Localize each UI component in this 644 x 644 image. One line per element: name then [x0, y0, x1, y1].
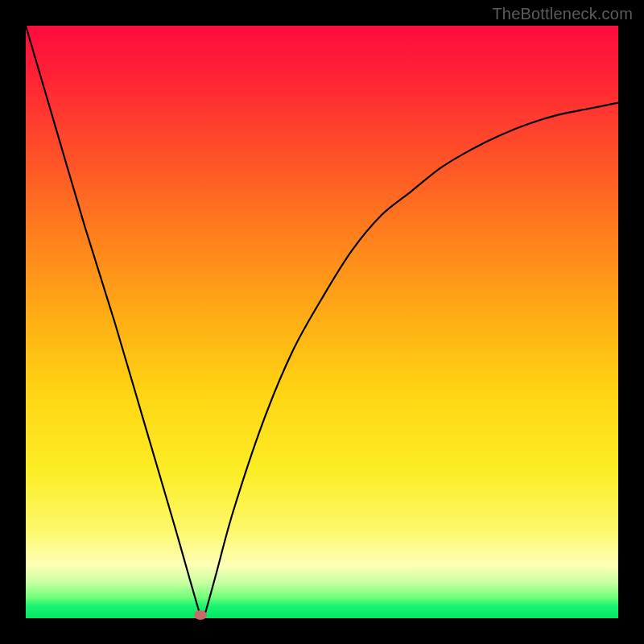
- plot-area: [26, 26, 618, 618]
- watermark-text: TheBottleneck.com: [492, 5, 633, 23]
- bottleneck-curve: [26, 26, 618, 618]
- chart-frame: TheBottleneck.com: [0, 0, 644, 644]
- minimum-marker: [194, 610, 207, 620]
